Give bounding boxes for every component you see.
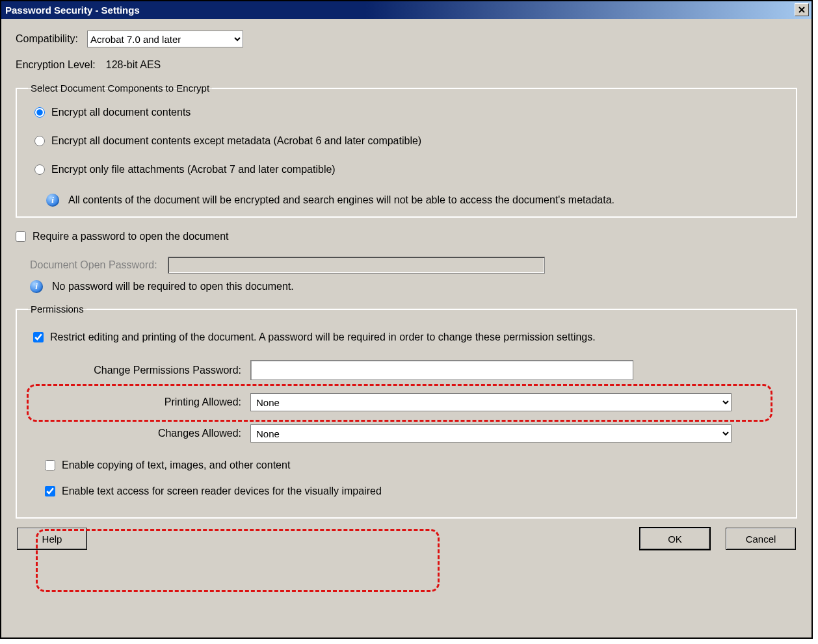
restrict-editing-checkbox[interactable]	[33, 332, 44, 342]
encrypt-radio-except-metadata[interactable]	[34, 136, 45, 146]
encryption-level-value: 128-bit AES	[106, 59, 161, 71]
permissions-checkboxes: Enable copying of text, images, and othe…	[45, 456, 785, 501]
changes-allowed-row: Changes Allowed: None	[28, 424, 785, 443]
compatibility-label: Compatibility:	[16, 33, 78, 45]
dialog-buttons: Help OK Cancel	[16, 528, 797, 550]
enable-copy-label: Enable copying of text, images, and othe…	[62, 459, 290, 471]
encryption-level-label: Encryption Level:	[16, 59, 96, 71]
close-icon	[798, 6, 805, 13]
enable-text-access-check[interactable]: Enable text access for screen reader dev…	[45, 482, 785, 501]
encrypt-radio-attachments[interactable]	[34, 164, 45, 175]
enable-copy-checkbox[interactable]	[45, 460, 55, 470]
info-icon: i	[46, 194, 59, 207]
require-open-password-label: Require a password to open the document	[33, 231, 229, 242]
encrypt-components-fieldset: Select Document Components to Encrypt En…	[16, 83, 797, 218]
encrypt-radio-attachments-label: Encrypt only file attachments (Acrobat 7…	[51, 164, 336, 175]
dialog-window: Password Security - Settings Compatibili…	[0, 0, 813, 639]
compatibility-select[interactable]: Acrobat 7.0 and later	[87, 31, 243, 47]
encrypt-radio-except-metadata-label: Encrypt all document contents except met…	[51, 135, 421, 147]
enable-text-access-checkbox[interactable]	[45, 486, 55, 496]
printing-allowed-row: Printing Allowed: None	[28, 393, 785, 411]
restrict-editing-label: Restrict editing and printing of the doc…	[50, 331, 596, 343]
permissions-fieldset: Permissions Restrict editing and printin…	[16, 303, 797, 519]
encrypt-info-row: i All contents of the document will be e…	[28, 187, 785, 207]
enable-text-access-label: Enable text access for screen reader dev…	[62, 485, 382, 497]
title-bar: Password Security - Settings	[1, 1, 811, 19]
encrypt-option-all[interactable]: Encrypt all document contents	[28, 103, 785, 122]
dialog-buttons-right: OK Cancel	[640, 528, 796, 550]
change-permissions-password-field[interactable]	[250, 360, 633, 380]
close-button[interactable]	[795, 3, 809, 16]
require-open-password-checkbox[interactable]	[16, 231, 26, 242]
open-password-info-row: i No password will be required to open t…	[30, 280, 797, 293]
changes-allowed-select[interactable]: None	[250, 424, 732, 443]
help-button[interactable]: Help	[17, 528, 87, 550]
encrypt-option-except-metadata[interactable]: Encrypt all document contents except met…	[28, 131, 785, 151]
document-open-password-row: Document Open Password:	[30, 257, 797, 274]
info-icon: i	[30, 280, 43, 293]
printing-allowed-label: Printing Allowed:	[28, 396, 250, 408]
encrypt-components-legend: Select Document Components to Encrypt	[28, 83, 212, 94]
changes-allowed-label: Changes Allowed:	[28, 428, 250, 439]
open-password-info-text: No password will be required to open thi…	[52, 281, 294, 292]
encrypt-radio-all-label: Encrypt all document contents	[51, 107, 191, 118]
permissions-legend: Permissions	[28, 303, 86, 315]
printing-allowed-select[interactable]: None	[250, 393, 732, 411]
encrypt-radio-all[interactable]	[34, 107, 45, 118]
encryption-level-row: Encryption Level: 128-bit AES	[16, 59, 797, 71]
encrypt-option-attachments[interactable]: Encrypt only file attachments (Acrobat 7…	[28, 160, 785, 179]
ok-button[interactable]: OK	[640, 528, 710, 550]
change-permissions-password-label: Change Permissions Password:	[28, 365, 250, 376]
dialog-body: Compatibility: Acrobat 7.0 and later Enc…	[1, 19, 811, 638]
document-open-password-label: Document Open Password:	[30, 259, 157, 271]
document-open-password-field	[168, 257, 545, 274]
open-password-section: Require a password to open the document …	[16, 227, 797, 293]
change-permissions-password-row: Change Permissions Password:	[28, 360, 785, 380]
require-open-password-check[interactable]: Require a password to open the document	[16, 227, 797, 246]
encrypt-info-text: All contents of the document will be enc…	[68, 194, 614, 206]
restrict-editing-check[interactable]: Restrict editing and printing of the doc…	[28, 328, 785, 347]
enable-copy-check[interactable]: Enable copying of text, images, and othe…	[45, 456, 785, 475]
cancel-button[interactable]: Cancel	[726, 528, 796, 550]
compatibility-row: Compatibility: Acrobat 7.0 and later	[16, 31, 797, 47]
window-title: Password Security - Settings	[5, 5, 140, 16]
